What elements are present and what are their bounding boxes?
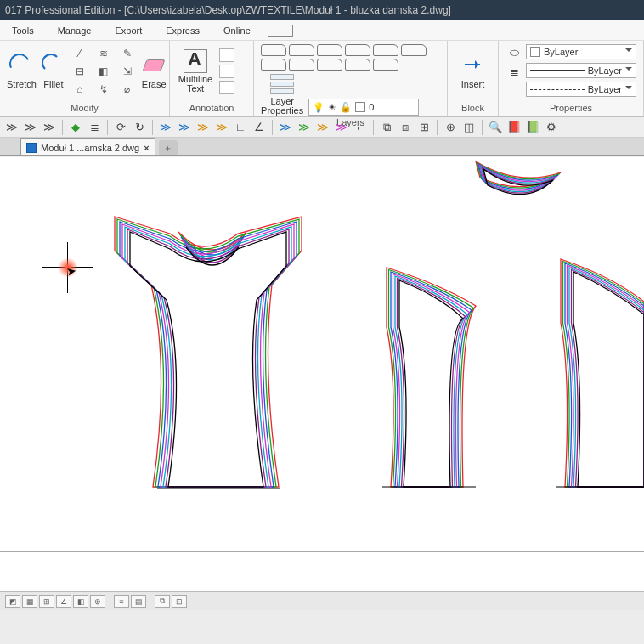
layerstate-icon[interactable] bbox=[289, 59, 314, 71]
stretch-button[interactable]: Stretch bbox=[7, 44, 37, 99]
tool-arrow-icon[interactable]: ≫ bbox=[314, 120, 331, 135]
document-tab-label: Moduł 1 ...amska 2.dwg bbox=[41, 143, 139, 153]
tool-snap-icon[interactable]: ◫ bbox=[460, 120, 477, 135]
lineweight-value: ByLayer bbox=[588, 65, 622, 76]
small-tool-icon[interactable]: ◧ bbox=[94, 64, 113, 79]
menu-tools[interactable]: Tools bbox=[0, 25, 46, 36]
stretch-label: Stretch bbox=[7, 79, 37, 89]
fillet-button[interactable]: Fillet bbox=[42, 44, 65, 99]
layer-properties-icon bbox=[269, 73, 295, 95]
panel-annotation-label: Annotation bbox=[177, 101, 246, 116]
small-tool-icon[interactable]: ≋ bbox=[94, 46, 113, 61]
command-line[interactable] bbox=[0, 551, 644, 591]
menu-manage[interactable]: Manage bbox=[46, 25, 104, 36]
active-layer-selector[interactable]: 💡 ☀ 🔓 0 bbox=[308, 99, 419, 116]
leader-icon[interactable] bbox=[219, 81, 234, 94]
status-toggle[interactable]: ◧ bbox=[73, 595, 88, 608]
erase-label: Erase bbox=[142, 79, 167, 89]
drawing-canvas[interactable]: ➤ bbox=[0, 157, 644, 551]
menu-express[interactable]: Express bbox=[154, 25, 212, 36]
status-toggle[interactable]: ≡ bbox=[114, 595, 129, 608]
layerstate-icon[interactable] bbox=[317, 44, 342, 56]
panel-block: Insert Block bbox=[448, 41, 499, 116]
tool-search-icon[interactable]: 🔍 bbox=[487, 120, 504, 135]
status-toggle[interactable]: ∠ bbox=[56, 595, 71, 608]
insert-label: Insert bbox=[461, 79, 485, 89]
lineweight-selector[interactable]: ByLayer bbox=[526, 63, 636, 78]
status-toggle[interactable]: ◩ bbox=[5, 595, 20, 608]
tool-refresh-icon[interactable]: ⟳ bbox=[112, 120, 129, 135]
layerstate-icon[interactable] bbox=[345, 59, 370, 71]
tool-paste-icon[interactable]: ⧈ bbox=[397, 120, 414, 135]
tool-arrow-icon[interactable]: ≫ bbox=[3, 120, 20, 135]
chevron-down-icon bbox=[625, 86, 632, 93]
tool-arrow-icon[interactable]: ≫ bbox=[277, 120, 294, 135]
tool-target-icon[interactable]: ⊕ bbox=[442, 120, 459, 135]
color-value: ByLayer bbox=[544, 47, 578, 57]
status-toggle[interactable]: ▤ bbox=[131, 595, 146, 608]
anno-small-col bbox=[219, 44, 234, 99]
toolbar-secondary: ≫ ≫ ≫ ◆ ≣ ⟳ ↻ ≫ ≫ ≫ ≫ ∟ ∠ ≫ ≫ ≫ ≫ ⌐ ⧉ ⧈ … bbox=[0, 117, 644, 138]
status-toggle[interactable]: ⊞ bbox=[39, 595, 54, 608]
small-tool-icon[interactable]: ↯ bbox=[94, 82, 113, 97]
match-prop-icon[interactable]: ⬭ bbox=[506, 45, 523, 60]
list-icon[interactable]: ≣ bbox=[506, 64, 523, 79]
tool-book-icon[interactable]: 📗 bbox=[524, 120, 541, 135]
close-tab-icon[interactable]: × bbox=[144, 143, 149, 153]
layerstate-icon[interactable] bbox=[261, 59, 286, 71]
tool-list-icon[interactable]: ≣ bbox=[86, 120, 103, 135]
status-toggle[interactable]: ⊡ bbox=[172, 595, 187, 608]
tool-arrow-icon[interactable]: ≫ bbox=[333, 120, 350, 135]
erase-button[interactable]: Erase bbox=[142, 44, 167, 99]
small-tool-icon[interactable]: ✎ bbox=[118, 46, 137, 61]
tool-angle-icon[interactable]: ⌐ bbox=[352, 120, 369, 135]
bottom-padding bbox=[0, 610, 644, 644]
layerstate-icon[interactable] bbox=[345, 44, 370, 56]
tool-arrow-icon[interactable]: ≫ bbox=[195, 120, 212, 135]
tool-rotate-icon[interactable]: ↻ bbox=[131, 120, 148, 135]
menu-extra-icon[interactable] bbox=[268, 25, 293, 37]
tool-angle-icon[interactable]: ∠ bbox=[251, 120, 268, 135]
small-tool-icon[interactable]: ⊟ bbox=[71, 64, 89, 79]
tool-layer-icon[interactable]: ◆ bbox=[67, 120, 84, 135]
menu-export[interactable]: Export bbox=[103, 25, 154, 36]
layer-color-swatch bbox=[355, 102, 365, 112]
menu-online[interactable]: Online bbox=[212, 25, 263, 36]
tool-arrow-icon[interactable]: ≫ bbox=[157, 120, 174, 135]
status-toggle[interactable]: ▦ bbox=[22, 595, 37, 608]
panel-layers: Layer Properties 💡 ☀ 🔓 0 Layers bbox=[254, 41, 448, 116]
layerstate-icon[interactable] bbox=[289, 44, 314, 56]
document-tab[interactable]: Moduł 1 ...amska 2.dwg × bbox=[20, 138, 155, 155]
small-tool-icon[interactable]: ⇲ bbox=[118, 64, 137, 79]
tool-gear-icon[interactable]: ⚙ bbox=[543, 120, 560, 135]
insert-button[interactable]: Insert bbox=[455, 44, 491, 99]
menu-bar: Tools Manage Export Express Online bbox=[0, 20, 644, 41]
tool-clip-icon[interactable]: ⊞ bbox=[415, 120, 432, 135]
layerstate-icon[interactable] bbox=[373, 44, 398, 56]
status-bar: ◩ ▦ ⊞ ∠ ◧ ⊕ ≡ ▤ ⧉ ⊡ bbox=[0, 591, 644, 610]
small-tool-icon[interactable]: ⌀ bbox=[118, 82, 137, 97]
dimension-icon[interactable] bbox=[219, 48, 234, 62]
tool-copy-icon[interactable]: ⧉ bbox=[378, 120, 395, 135]
status-toggle[interactable]: ⧉ bbox=[155, 595, 170, 608]
new-tab-button[interactable]: ＋ bbox=[159, 140, 178, 155]
layerstate-icon[interactable] bbox=[401, 44, 427, 56]
layer-properties-button[interactable]: Layer Properties bbox=[261, 73, 303, 116]
tool-angle-icon[interactable]: ∟ bbox=[232, 120, 249, 135]
small-tool-icon[interactable]: ⌂ bbox=[71, 82, 89, 97]
table-icon[interactable] bbox=[219, 65, 234, 78]
small-tool-icon[interactable]: ∕ bbox=[71, 46, 89, 61]
layerstate-icon[interactable] bbox=[317, 59, 342, 71]
status-toggle[interactable]: ⊕ bbox=[90, 595, 105, 608]
linetype-selector[interactable]: ByLayer bbox=[526, 82, 636, 97]
tool-arrow-icon[interactable]: ≫ bbox=[176, 120, 193, 135]
tool-arrow-icon[interactable]: ≫ bbox=[22, 120, 39, 135]
mtext-button[interactable]: A Multiline Text bbox=[177, 44, 214, 99]
color-selector[interactable]: ByLayer bbox=[526, 44, 636, 59]
tool-arrow-icon[interactable]: ≫ bbox=[296, 120, 313, 135]
layerstate-icon[interactable] bbox=[261, 44, 286, 56]
tool-arrow-icon[interactable]: ≫ bbox=[213, 120, 230, 135]
tool-arrow-icon[interactable]: ≫ bbox=[41, 120, 58, 135]
tool-book-icon[interactable]: 📕 bbox=[506, 120, 523, 135]
layerstate-icon[interactable] bbox=[373, 59, 398, 71]
